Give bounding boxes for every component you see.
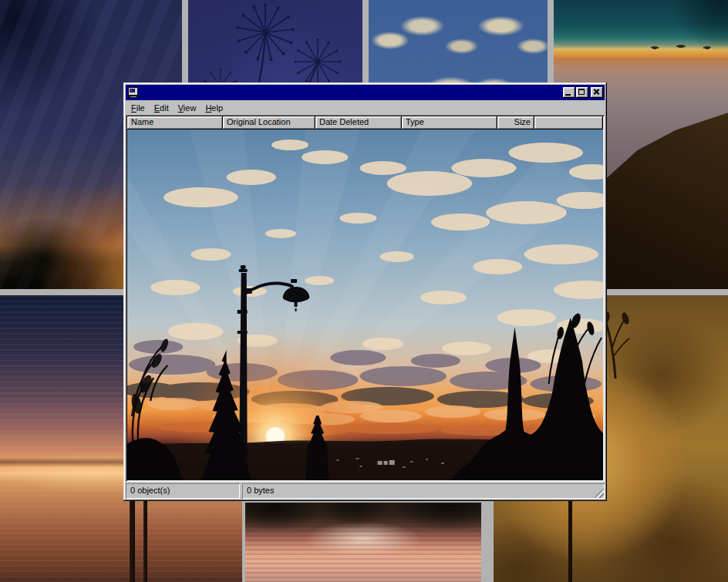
status-size: 0 bytes — [242, 483, 605, 499]
menu-edit[interactable]: Edit — [150, 102, 174, 114]
maximize-button[interactable] — [576, 87, 588, 98]
menu-bar: File Edit View Help — [126, 100, 605, 115]
column-header-row: Name Original Location Date Deleted Type… — [127, 116, 603, 130]
recycle-bin-window: File Edit View Help Name Original Locati… — [123, 82, 607, 501]
minimize-button[interactable] — [563, 87, 575, 98]
status-object-count: 0 object(s) — [126, 483, 240, 499]
window-computer-icon[interactable] — [127, 87, 139, 98]
menu-file[interactable]: File — [126, 102, 150, 114]
desktop: File Edit View Help Name Original Locati… — [0, 0, 728, 582]
list-client-area-sunset-photo — [127, 130, 603, 480]
maximize-icon — [578, 89, 585, 95]
column-header-name[interactable]: Name — [127, 116, 223, 130]
column-header-date-deleted[interactable]: Date Deleted — [315, 116, 402, 130]
background-photo-water-reflection — [245, 503, 481, 582]
menu-help[interactable]: Help — [201, 102, 228, 114]
column-header-type[interactable]: Type — [402, 116, 497, 130]
column-header-size[interactable]: Size — [497, 116, 534, 130]
menu-view[interactable]: View — [174, 102, 201, 114]
minimize-icon — [565, 94, 571, 96]
column-header-blank[interactable] — [534, 116, 603, 130]
file-list-view: Name Original Location Date Deleted Type… — [126, 115, 605, 482]
column-header-original-location[interactable]: Original Location — [223, 116, 315, 130]
close-button[interactable] — [591, 87, 603, 98]
title-bar[interactable] — [126, 85, 605, 100]
sunset-lamp-photo — [127, 130, 603, 480]
status-bar: 0 object(s) 0 bytes — [126, 483, 605, 499]
